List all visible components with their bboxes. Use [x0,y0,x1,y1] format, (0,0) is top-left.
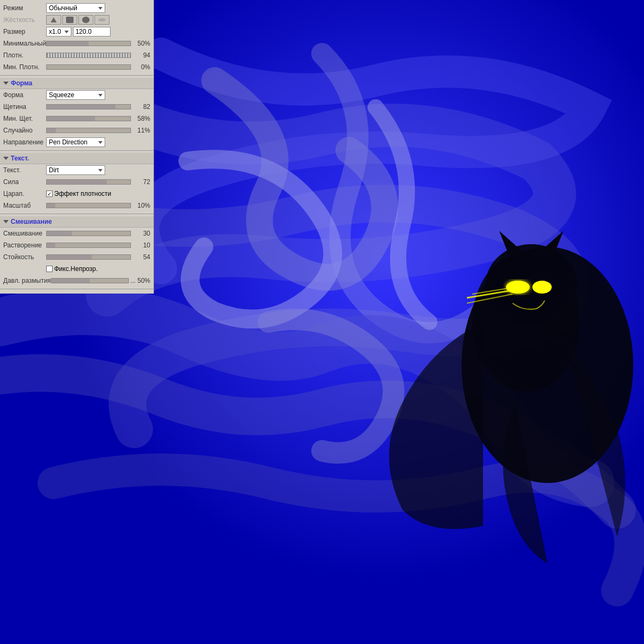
min-density-slider[interactable] [46,64,131,70]
strength-fill [47,180,107,184]
soft-icon [82,17,90,23]
texture-header-text: Текст. [11,155,29,162]
forma-dropdown[interactable]: Squeeze [46,90,105,100]
texture-section: Текст. Текст. Dirt Сила 72 Царап. ✓ [0,151,153,214]
hardness-btn-flat[interactable] [94,15,109,25]
min-bristle-fill [47,116,95,121]
random-label: Случайно [3,127,46,134]
random-row: Случайно 11% [0,125,153,136]
scale-row: Масштаб 10% [0,200,153,211]
dissolve-slider[interactable] [46,243,131,248]
forma-value: Squeeze [49,91,74,99]
strength-slider-container: 72 [46,178,150,186]
density-slider[interactable] [46,53,131,58]
fix-opacity-text: Фикс.Непрозр. [54,265,98,273]
forma-header[interactable]: Форма [0,78,153,89]
min-value: 50% [131,40,150,47]
density-slider-container: 94 [46,52,150,59]
hardness-btn-soft[interactable] [78,15,93,25]
min-bristle-slider-container: 58% [46,115,150,122]
mode-row: Режим Обычный [0,2,153,14]
blur-pressure-slider[interactable] [51,278,129,283]
bristle-fill [47,105,115,109]
texture-dropdown[interactable]: Dirt [46,165,105,175]
size-multiplier-dropdown[interactable]: x1.0 [46,27,71,36]
persistence-value: 54 [131,253,150,261]
size-dropdown-arrow [64,31,69,33]
scratch-checkbox[interactable]: ✓ [46,191,53,197]
min-bristle-value: 58% [131,115,150,122]
strength-slider[interactable] [46,179,131,185]
mixing-header[interactable]: Смешивание [0,216,153,228]
size-value: 120.0 [76,28,92,35]
forma-row: Форма Squeeze [0,89,153,101]
blur-pressure-value: ... 50% [129,277,150,284]
mixing-collapse-icon [3,220,9,223]
fix-opacity-row: Фикс.Непрозр. [0,263,153,275]
bristle-row: Щетина 82 [0,101,153,113]
svg-point-3 [486,244,577,325]
hardness-btn-sharp[interactable] [46,15,61,25]
medium-icon [66,17,74,23]
mode-value: Обычный [49,4,77,12]
persistence-slider-container: 54 [46,253,150,261]
mixing-value: 30 [131,230,150,237]
mixing-label: Смешивание [3,230,46,237]
mixing-fill [47,231,72,236]
min-density-value: 0% [131,63,150,71]
persistence-label: Стойкость [3,253,46,261]
bristle-label: Щетина [3,103,46,111]
scratch-label: Царап. [3,190,46,197]
persistence-slider[interactable] [46,254,131,260]
min-label: Минимальный [3,40,46,47]
texture-value: Dirt [49,166,59,174]
strength-value: 72 [131,178,150,186]
direction-dropdown[interactable]: Pen Direction [46,137,105,147]
hardness-row: Жёсткость [0,14,153,26]
random-slider-container: 11% [46,127,150,134]
scratch-checkbox-label[interactable]: ✓ Эффект плотности [46,190,111,197]
bristle-value: 82 [131,103,150,111]
fix-opacity-label[interactable]: Фикс.Непрозр. [46,265,98,273]
strength-label: Сила [3,178,46,186]
random-fill [47,128,56,133]
mode-dropdown[interactable]: Обычный [46,3,105,13]
direction-label: Направление [3,138,46,146]
scale-fill [47,203,55,208]
density-row: Плотн. 94 [0,49,153,61]
min-slider[interactable] [46,41,131,46]
forma-dropdown-arrow [98,94,103,97]
size-multiplier-value: x1.0 [49,28,61,35]
direction-dropdown-arrow [98,141,103,144]
persistence-fill [47,255,92,259]
blur-pressure-fill [52,279,90,283]
bristle-slider[interactable] [46,104,131,109]
dissolve-label: Растворение [3,241,46,249]
texture-dropdown-arrow [98,169,103,172]
mixing-slider[interactable] [46,231,131,236]
flat-icon [98,18,106,21]
mixing-slider-container: 30 [46,230,150,237]
dissolve-row: Растворение 10 [0,239,153,251]
strength-row: Сила 72 [0,176,153,188]
scale-slider[interactable] [46,203,131,208]
scratch-row: Царап. ✓ Эффект плотности [0,188,153,200]
texture-header[interactable]: Текст. [0,153,153,164]
random-value: 11% [131,127,150,134]
hardness-btn-medium[interactable] [62,15,77,25]
size-input[interactable]: 120.0 [73,27,111,36]
sharp-icon [50,17,57,23]
size-label: Размер [3,28,46,35]
min-density-label: Мин. Плотн. [3,63,46,71]
forma-header-text: Форма [11,79,32,87]
direction-row: Направление Pen Direction [0,136,153,148]
min-bristle-slider[interactable] [46,116,131,121]
scratch-effect-text: Эффект плотности [54,190,111,197]
hardness-buttons [46,15,109,25]
random-slider[interactable] [46,128,131,133]
fix-opacity-checkbox[interactable] [46,266,53,272]
size-row: Размер x1.0 120.0 [0,26,153,38]
mixing-row: Смешивание 30 [0,228,153,239]
tool-panel: Режим Обычный Жёсткость [0,0,154,294]
forma-label: Форма [3,91,46,99]
